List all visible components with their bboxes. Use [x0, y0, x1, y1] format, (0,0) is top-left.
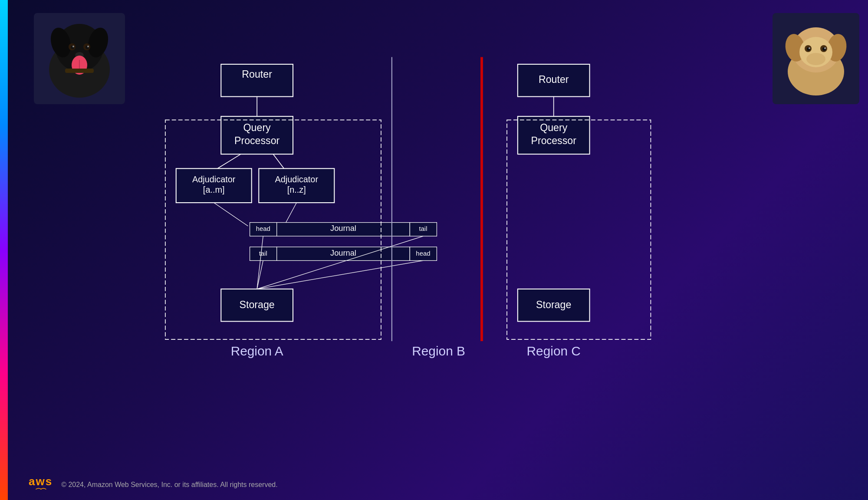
svg-text:tail: tail [259, 250, 267, 257]
svg-line-34 [273, 154, 284, 168]
svg-point-24 [824, 47, 826, 49]
svg-text:Journal: Journal [330, 224, 356, 233]
dog-right-image [773, 13, 859, 104]
aws-smile-icon: ⁀⁀ [36, 488, 46, 495]
svg-text:Adjudicator: Adjudicator [192, 174, 236, 184]
svg-line-41 [214, 203, 248, 226]
svg-text:Query: Query [243, 122, 271, 133]
dog-left-image [34, 13, 125, 104]
svg-text:tail: tail [419, 225, 427, 232]
svg-text:Region A: Region A [231, 344, 283, 358]
svg-text:Adjudicator: Adjudicator [275, 174, 319, 184]
svg-text:Query: Query [540, 122, 568, 133]
svg-text:Processor: Processor [234, 135, 280, 146]
svg-text:Processor: Processor [531, 135, 577, 146]
aws-logo: aws ⁀⁀ [29, 475, 53, 495]
svg-text:Region C: Region C [527, 344, 581, 358]
svg-text:Region B: Region B [412, 344, 465, 358]
svg-text:head: head [416, 250, 430, 257]
svg-line-56 [257, 236, 423, 289]
svg-rect-13 [65, 69, 94, 73]
footer-copyright: © 2024, Amazon Web Services, Inc. or its… [61, 481, 278, 489]
svg-text:head: head [256, 225, 270, 232]
main-content: Router Query Processor Adjudicator [a..m… [8, 0, 868, 500]
left-color-bar [0, 0, 8, 500]
architecture-diagram: Router Query Processor Adjudicator [a..m… [129, 9, 759, 447]
svg-text:[n..z]: [n..z] [287, 185, 306, 194]
svg-text:Journal: Journal [330, 249, 356, 257]
svg-point-8 [72, 46, 74, 47]
svg-point-23 [809, 47, 810, 49]
svg-text:Storage: Storage [536, 299, 571, 310]
svg-text:[a..m]: [a..m] [203, 185, 225, 194]
svg-line-33 [217, 154, 241, 168]
svg-text:Router: Router [242, 69, 272, 80]
aws-logo-text: aws [29, 475, 53, 488]
svg-line-58 [257, 260, 423, 289]
svg-text:Storage: Storage [240, 299, 275, 310]
svg-text:Router: Router [539, 74, 569, 85]
svg-point-9 [87, 46, 89, 47]
svg-point-26 [806, 53, 825, 65]
footer: aws ⁀⁀ © 2024, Amazon Web Services, Inc.… [16, 470, 868, 500]
svg-line-55 [257, 236, 263, 289]
